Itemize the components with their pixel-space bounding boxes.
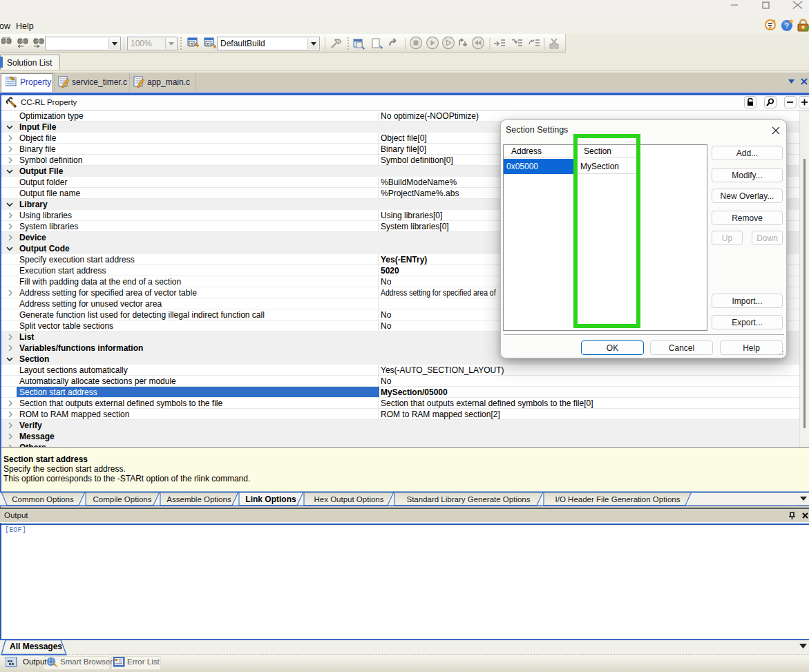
svg-text:B: B (190, 42, 193, 46)
svg-text:Common Options: Common Options (12, 495, 74, 503)
svg-text:Compile Options: Compile Options (93, 495, 151, 503)
svg-text:I/O Header File Generation Opt: I/O Header File Generation Options (555, 495, 680, 503)
svg-text:Hex Output Options: Hex Output Options (314, 495, 384, 503)
svg-text:Standard Library Generate Opti: Standard Library Generate Options (407, 495, 531, 503)
svg-text:Link Options: Link Options (245, 495, 296, 504)
svg-text:?: ? (785, 21, 790, 30)
svg-text:Assemble Options: Assemble Options (166, 495, 231, 503)
svg-text:B: B (207, 42, 209, 46)
